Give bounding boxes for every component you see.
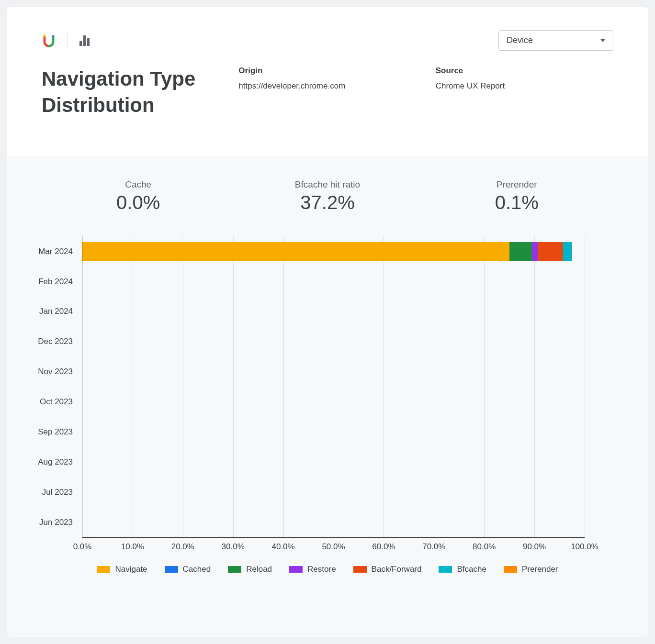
crux-logo-icon [42, 33, 56, 48]
legend-navigate-label: Navigate [115, 565, 147, 574]
chart-area: Cache 0.0% Bfcache hit ratio 37.2% Prere… [7, 156, 648, 637]
swatch-cached [165, 566, 178, 573]
chart-row: Oct 2023 [82, 387, 585, 417]
legend: Navigate Cached Reload Restore Back/Forw… [24, 565, 631, 574]
metric-prerender-value: 0.1% [422, 192, 611, 213]
svg-point-0 [43, 34, 45, 37]
x-tick-label: 30.0% [222, 542, 245, 552]
stacked-bar-chart: 0.0%10.0%20.0%30.0%40.0%50.0%60.0%70.0%8… [82, 236, 585, 538]
topbar: Device [7, 7, 648, 56]
chart-row: Dec 2023 [82, 327, 585, 357]
source-label: Source [436, 66, 613, 76]
metric-cache: Cache 0.0% [44, 179, 233, 213]
y-tick-label: Jan 2024 [39, 307, 82, 316]
source-value: Chrome UX Report [436, 81, 613, 91]
x-tick-label: 20.0% [171, 542, 194, 552]
x-tick-label: 60.0% [372, 542, 395, 552]
metric-cache-value: 0.0% [44, 192, 233, 213]
swatch-reload [228, 566, 241, 573]
legend-back-forward[interactable]: Back/Forward [353, 565, 422, 574]
bar-stack [82, 242, 585, 261]
y-tick-label: Jul 2023 [42, 488, 82, 497]
origin-block: Origin https://developer.chrome.com [238, 66, 416, 91]
svg-point-1 [52, 34, 54, 37]
bar-segment [572, 242, 572, 261]
logo-area [42, 32, 90, 49]
metric-bfcache: Bfcache hit ratio 37.2% [233, 179, 422, 213]
legend-bfcache[interactable]: Bfcache [439, 565, 486, 574]
x-tick-label: 50.0% [322, 542, 345, 552]
chart-row: Sep 2023 [82, 417, 585, 447]
source-block: Source Chrome UX Report [436, 66, 613, 91]
y-tick-label: Feb 2024 [38, 277, 82, 287]
y-tick-label: Sep 2023 [38, 427, 82, 437]
dashboard-card: Device Navigation Type Distribution Orig… [7, 7, 648, 637]
y-tick-label: Oct 2023 [40, 397, 82, 407]
swatch-bfcache [439, 566, 452, 573]
metric-bfcache-value: 37.2% [233, 192, 422, 213]
chart-row: Jun 2023 [82, 507, 585, 537]
bar-segment [509, 242, 532, 261]
swatch-navigate [97, 566, 110, 573]
chart-row: Feb 2024 [82, 266, 585, 297]
y-tick-label: Jun 2023 [39, 518, 82, 527]
legend-cached-label: Cached [183, 565, 211, 574]
device-select[interactable]: Device [498, 30, 613, 51]
legend-back-forward-label: Back/Forward [372, 565, 422, 574]
legend-prerender-label: Prerender [522, 565, 558, 574]
x-tick-label: 100.0% [571, 542, 599, 552]
metric-cache-label: Cache [44, 179, 233, 190]
chart-row: Aug 2023 [82, 447, 585, 477]
chart-row: Jul 2023 [82, 477, 585, 507]
swatch-back-forward [353, 566, 367, 573]
vertical-separator [68, 32, 68, 49]
legend-restore-label: Restore [307, 565, 336, 574]
chart-row: Mar 2024 [82, 236, 585, 266]
metric-prerender-label: Prerender [422, 179, 611, 190]
legend-restore[interactable]: Restore [289, 565, 336, 574]
bar-segment [538, 242, 563, 261]
bar-segment [563, 242, 572, 261]
x-tick-label: 10.0% [121, 542, 144, 552]
swatch-restore [289, 566, 303, 573]
bar-segment [532, 242, 538, 261]
legend-reload[interactable]: Reload [228, 565, 272, 574]
metric-bfcache-label: Bfcache hit ratio [233, 179, 422, 190]
x-tick-label: 40.0% [271, 542, 294, 552]
x-tick-label: 90.0% [523, 542, 546, 552]
chevron-down-icon [600, 39, 605, 42]
bar-segment [82, 242, 509, 261]
x-tick-label: 70.0% [422, 542, 445, 552]
page-title: Navigation Type Distribution [42, 66, 219, 118]
chart-row: Jan 2024 [82, 297, 585, 327]
bar-chart-icon [79, 35, 90, 46]
device-select-label: Device [507, 35, 533, 45]
origin-value: https://developer.chrome.com [238, 81, 416, 91]
swatch-prerender [504, 566, 517, 573]
y-tick-label: Aug 2023 [38, 457, 82, 467]
metrics-row: Cache 0.0% Bfcache hit ratio 37.2% Prere… [44, 179, 611, 213]
origin-label: Origin [238, 66, 416, 76]
legend-cached[interactable]: Cached [165, 565, 211, 574]
legend-navigate[interactable]: Navigate [97, 565, 147, 574]
legend-prerender[interactable]: Prerender [504, 565, 558, 574]
y-tick-label: Nov 2023 [38, 367, 82, 377]
chart-row: Nov 2023 [82, 357, 585, 387]
header-row: Navigation Type Distribution Origin http… [7, 56, 648, 156]
legend-bfcache-label: Bfcache [457, 565, 486, 574]
x-tick-label: 0.0% [73, 542, 92, 552]
x-tick-label: 80.0% [473, 542, 496, 552]
metric-prerender: Prerender 0.1% [422, 179, 611, 213]
gridline [585, 236, 585, 537]
legend-reload-label: Reload [246, 565, 272, 574]
y-tick-label: Dec 2023 [38, 337, 82, 346]
y-tick-label: Mar 2024 [38, 247, 82, 256]
